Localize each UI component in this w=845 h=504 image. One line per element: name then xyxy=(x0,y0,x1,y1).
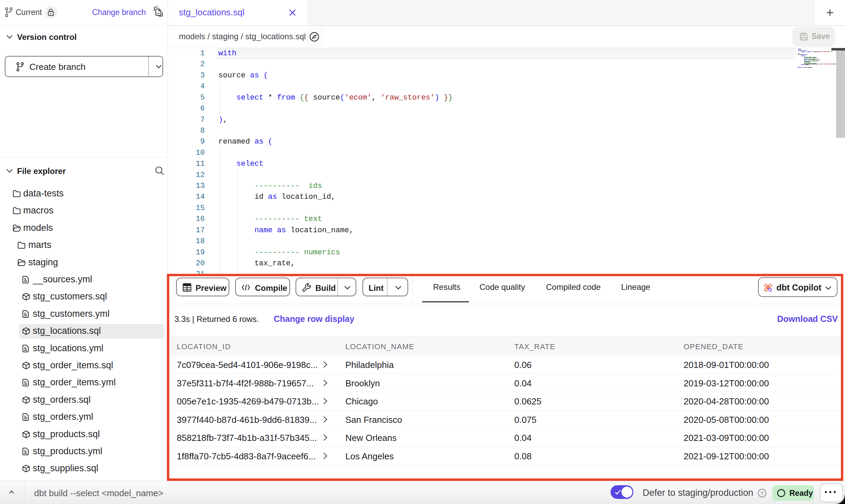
svg-text:?: ? xyxy=(761,490,763,496)
